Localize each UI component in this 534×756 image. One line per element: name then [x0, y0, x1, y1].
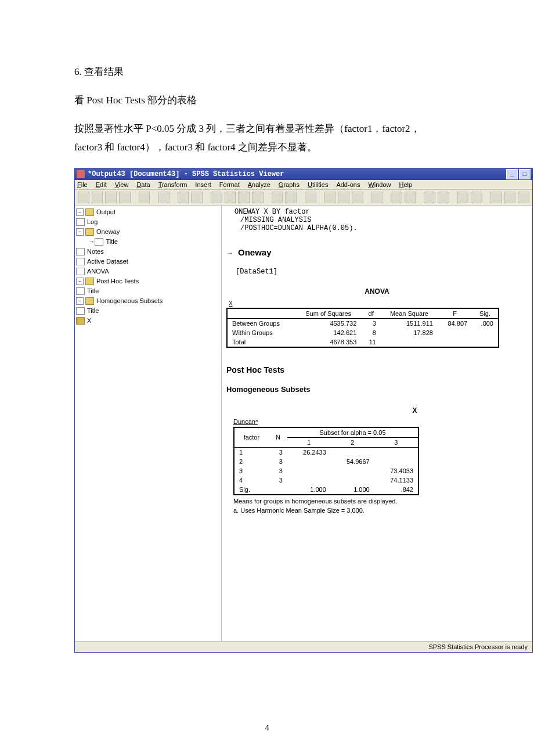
- arrow-icon: →: [226, 249, 233, 257]
- heading-xvar: X: [302, 406, 528, 415]
- tb-icon[interactable]: [305, 192, 316, 203]
- tree-posthoc[interactable]: −Post Hoc Tests: [76, 276, 220, 286]
- menu-view[interactable]: View: [115, 181, 129, 188]
- dialog-recall-icon[interactable]: [158, 192, 169, 203]
- window-title: *Output43 [Document43] - SPSS Statistics…: [88, 170, 284, 178]
- tb-icon[interactable]: [352, 192, 363, 203]
- tb-icon[interactable]: [518, 192, 529, 203]
- duncan-footnote1: Means for groups in homogeneous subsets …: [233, 498, 407, 505]
- open-icon[interactable]: [78, 192, 89, 203]
- tree-oneway[interactable]: −Oneway: [76, 227, 220, 237]
- menu-help[interactable]: Help: [399, 181, 413, 188]
- table-row: 2354.9667: [234, 457, 418, 466]
- doc-line2a: 按照显著性水平 P<0.05 分成 3 列，三者之间有着显著性差异（factor…: [74, 121, 482, 136]
- tb-icon[interactable]: [471, 192, 482, 203]
- menu-addons[interactable]: Add-ons: [336, 181, 360, 188]
- preview-icon[interactable]: [119, 192, 131, 203]
- tb-icon[interactable]: [252, 192, 264, 203]
- statusbar: SPSS Statistics Processor is ready: [75, 641, 532, 652]
- page-number: 4: [0, 723, 534, 733]
- duncan-table[interactable]: factorNSubset for alpha = 0.05 123 1326.…: [233, 427, 419, 495]
- menu-format[interactable]: Format: [219, 181, 240, 188]
- doc-line1: 看 Post Hoc Tests 部分的表格: [74, 92, 482, 108]
- tb-icon[interactable]: [238, 192, 250, 203]
- menu-file[interactable]: File: [77, 181, 88, 188]
- status-text: SPSS Statistics Processor is ready: [428, 643, 528, 650]
- menu-edit[interactable]: Edit: [96, 181, 107, 188]
- tree-homosubsets[interactable]: −Homogeneous Subsets: [76, 296, 220, 306]
- tree-anova[interactable]: ANOVA: [76, 267, 220, 276]
- undo-icon[interactable]: [178, 192, 189, 203]
- tb-icon[interactable]: [324, 192, 336, 203]
- heading-homosubsets: Homogeneous Subsets: [226, 385, 528, 394]
- table-row: Between Groups4535.73231511.91184.807.00…: [227, 318, 499, 328]
- tree-log[interactable]: Log: [76, 217, 220, 227]
- menu-window[interactable]: Window: [368, 181, 391, 188]
- outline-tree[interactable]: −Output Log −Oneway →Title Notes Active …: [75, 206, 222, 641]
- tb-icon[interactable]: [490, 192, 502, 203]
- spss-viewer-window: *Output43 [Document43] - SPSS Statistics…: [74, 168, 533, 653]
- menu-utilities[interactable]: Utilities: [308, 181, 328, 188]
- menu-data[interactable]: Data: [136, 181, 150, 188]
- goto-case-icon[interactable]: [272, 192, 283, 203]
- forward-icon[interactable]: [405, 192, 416, 203]
- menu-transform[interactable]: Transform: [158, 181, 187, 188]
- heading-oneway: Oneway: [238, 247, 272, 257]
- heading-posthoc: Post Hoc Tests: [226, 365, 528, 375]
- tree-title[interactable]: →Title: [76, 237, 220, 247]
- toolbar: [75, 190, 532, 206]
- anova-table[interactable]: Sum of Squares df Mean Square F Sig. Bet…: [226, 308, 499, 348]
- titlebar[interactable]: *Output43 [Document43] - SPSS Statistics…: [75, 168, 532, 180]
- syntax-l3: /POSTHOC=DUNCAN ALPHA(0.05).: [240, 224, 528, 232]
- dataset-label: [DataSet1]: [236, 268, 528, 276]
- tree-title3[interactable]: Title: [76, 306, 220, 316]
- tree-output[interactable]: −Output: [76, 207, 220, 217]
- table-row: 1326.2433: [234, 447, 418, 457]
- duncan-label: Duncanᵃ: [233, 418, 528, 426]
- redo-icon[interactable]: [191, 192, 203, 203]
- table-row: Sig.1.0001.000.842: [234, 485, 418, 495]
- table-row: Total4678.35311: [227, 337, 499, 347]
- variables-icon[interactable]: [285, 192, 297, 203]
- tree-x[interactable]: X: [76, 316, 220, 326]
- syntax-l1: ONEWAY X BY factor: [234, 208, 528, 216]
- tree-active-dataset[interactable]: Active Dataset: [76, 257, 220, 267]
- syntax-l2: /MISSING ANALYSIS: [240, 216, 528, 224]
- table-row: 4374.1133: [234, 476, 418, 485]
- tb-icon[interactable]: [338, 192, 349, 203]
- tb-icon[interactable]: [371, 192, 383, 203]
- save-icon[interactable]: [92, 192, 103, 203]
- back-icon[interactable]: [391, 192, 402, 203]
- print-icon[interactable]: [105, 192, 117, 203]
- doc-line2b: factor3 和 factor4），factor3 和 factor4 之间差…: [74, 139, 482, 155]
- menu-analyze[interactable]: Analyze: [248, 181, 270, 188]
- table-row: Within Groups142.621817.828: [227, 328, 499, 337]
- tb-icon[interactable]: [424, 192, 435, 203]
- app-icon: [77, 170, 85, 178]
- menu-insert[interactable]: Insert: [195, 181, 211, 188]
- maximize-button[interactable]: □: [519, 169, 531, 179]
- table-row: 3373.4033: [234, 466, 418, 476]
- anova-varname: X: [229, 300, 528, 307]
- tb-icon[interactable]: [225, 192, 236, 203]
- output-content: ONEWAY X BY factor /MISSING ANALYSIS /PO…: [222, 206, 532, 641]
- menu-graphs[interactable]: Graphs: [279, 181, 300, 188]
- tb-icon[interactable]: [211, 192, 222, 203]
- duncan-footnote2: a. Uses Harmonic Mean Sample Size = 3.00…: [233, 507, 528, 514]
- export-icon[interactable]: [139, 192, 150, 203]
- minimize-button[interactable]: _: [506, 169, 518, 179]
- doc-heading: 6. 查看结果: [74, 64, 482, 80]
- tree-notes[interactable]: Notes: [76, 247, 220, 257]
- menubar: File Edit View Data Transform Insert For…: [75, 180, 532, 190]
- tb-icon[interactable]: [438, 192, 449, 203]
- tb-icon[interactable]: [457, 192, 469, 203]
- tb-icon[interactable]: [504, 192, 516, 203]
- heading-anova: ANOVA: [226, 287, 528, 296]
- tree-title2[interactable]: Title: [76, 286, 220, 296]
